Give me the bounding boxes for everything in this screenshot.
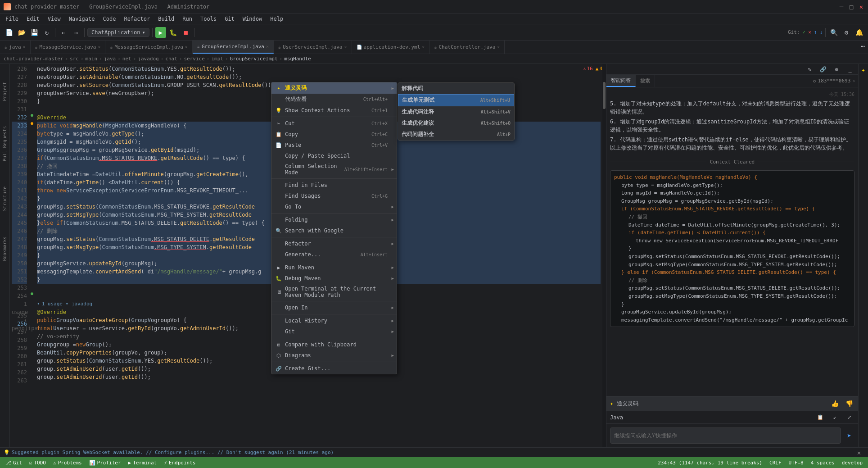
ctx-debug-maven[interactable]: 🐛 Debug Maven bbox=[271, 273, 397, 284]
ctx-open-in[interactable]: Open In bbox=[271, 302, 397, 313]
breadcrumb-part-0[interactable]: chat-provider-master bbox=[4, 56, 63, 62]
menu-code[interactable]: Code bbox=[99, 15, 120, 23]
breadcrumb-part-7[interactable]: service bbox=[184, 56, 204, 62]
submenu-gen-optimize[interactable]: 生成优化建议 Alt+Shift+O bbox=[398, 118, 514, 129]
breadcrumb-part-10[interactable]: msgHandle bbox=[284, 56, 311, 62]
submenu-gen-test[interactable]: 生成单元测试 Alt+Shift+U bbox=[398, 94, 514, 106]
notifications-button[interactable]: 🔔 bbox=[854, 27, 864, 38]
breadcrumb-part-2[interactable]: main bbox=[86, 56, 98, 62]
rpt-search[interactable]: 搜索 bbox=[636, 75, 655, 87]
menu-build[interactable]: Build bbox=[154, 15, 178, 23]
breadcrumb-part-3[interactable]: java bbox=[104, 56, 116, 62]
rpt-qa[interactable]: 智能问答 bbox=[606, 75, 636, 87]
tab-group-service-impl[interactable]: ☕ GroupServiceImpl.java × bbox=[193, 41, 274, 54]
stop-button[interactable]: ■ bbox=[181, 27, 191, 38]
forward-button[interactable]: → bbox=[71, 27, 81, 38]
close-button[interactable]: ✕ bbox=[858, 4, 864, 10]
tab-close-4[interactable]: × bbox=[266, 44, 269, 49]
menu-tools[interactable]: Tools bbox=[197, 15, 220, 23]
breadcrumb-part-8[interactable]: impl bbox=[211, 56, 223, 62]
project-selector[interactable]: ChatApplication ▾ bbox=[87, 28, 149, 37]
tab-message-service-impl[interactable]: ☕ MessageServiceImpl.java × bbox=[105, 41, 192, 54]
menu-help[interactable]: Help bbox=[267, 15, 287, 23]
tab-close-2[interactable]: × bbox=[98, 45, 100, 50]
submenu-code-complete[interactable]: 代码问题补全 Alt+P bbox=[398, 129, 514, 140]
breadcrumb-part-6[interactable]: chat bbox=[165, 56, 177, 62]
ctx-find-usages[interactable]: Find Usages Ctrl+G bbox=[271, 191, 397, 201]
ctx-go-to[interactable]: Go To bbox=[271, 201, 397, 212]
tab-close-6[interactable]: × bbox=[422, 45, 425, 50]
submenu-explain[interactable]: 解释代码 bbox=[398, 83, 514, 94]
menu-file[interactable]: File bbox=[2, 15, 22, 23]
ctx-tongyi[interactable]: ✦ 通义灵码 解释代码 生成单元测试 Alt+Shift+U bbox=[271, 82, 397, 94]
menu-view[interactable]: View bbox=[44, 15, 64, 23]
debug-button[interactable]: 🐛 bbox=[168, 27, 179, 38]
breadcrumb-part-1[interactable]: src bbox=[70, 56, 79, 62]
right-panel-settings-button[interactable]: ⚙ bbox=[831, 64, 842, 75]
ctx-column-select[interactable]: Column Selection Mode Alt+Shift+Insert bbox=[271, 161, 397, 177]
status-endpoints[interactable]: ⚡ Endpoints bbox=[162, 457, 197, 468]
status-indent[interactable]: 4 spaces bbox=[809, 460, 836, 466]
ctx-cut[interactable]: ✂ Cut Ctrl+X bbox=[271, 118, 397, 129]
notification-close-button[interactable]: ✕ bbox=[854, 447, 864, 458]
ctx-paste[interactable]: 📄 Paste Ctrl+V bbox=[271, 140, 397, 150]
ctx-context-actions[interactable]: 💡 Show Context Actions Ctrl+1 bbox=[271, 105, 397, 116]
pull-requests-label[interactable]: Pull Requests bbox=[2, 126, 7, 161]
refresh-button[interactable]: ↻ bbox=[41, 27, 52, 38]
status-charset[interactable]: UTF-8 bbox=[787, 460, 805, 466]
right-panel-minimize-button[interactable]: _ bbox=[845, 64, 855, 75]
ctx-copy-paste-special[interactable]: Copy / Paste Special bbox=[271, 150, 397, 161]
status-profiler[interactable]: 📊 Profiler bbox=[87, 457, 123, 468]
tab-close-3[interactable]: × bbox=[185, 45, 188, 50]
breadcrumb-part-5[interactable]: javadog bbox=[138, 56, 158, 62]
breadcrumb-part-4[interactable]: net bbox=[122, 56, 131, 62]
run-button[interactable]: ▶ bbox=[155, 27, 166, 38]
ctx-open-terminal[interactable]: 🖥 Open Terminal at the Current Maven Mod… bbox=[271, 284, 397, 300]
status-git[interactable]: ⎇ Git bbox=[4, 457, 24, 468]
ctx-git[interactable]: Git bbox=[271, 326, 397, 337]
ai-insert-code-button[interactable]: ↙ bbox=[829, 412, 840, 423]
ctx-copy[interactable]: 📋 Copy Ctrl+C bbox=[271, 129, 397, 140]
more-tabs-button[interactable]: ⋯ bbox=[857, 41, 868, 51]
context-menu[interactable]: ✦ 通义灵码 解释代码 生成单元测试 Alt+Shift+U bbox=[271, 82, 397, 374]
ctx-search-google[interactable]: 🔍 Search with Google bbox=[271, 225, 397, 236]
tab-application-dev[interactable]: 📄 application-dev.yml × bbox=[352, 41, 430, 54]
menu-refactor[interactable]: Refactor bbox=[120, 15, 154, 23]
menu-window[interactable]: Window bbox=[239, 15, 266, 23]
tab-close-java[interactable]: × bbox=[23, 45, 26, 50]
scrollbar-thumb[interactable] bbox=[603, 82, 606, 109]
project-panel-label[interactable]: Project bbox=[2, 82, 7, 101]
bookmarks-label[interactable]: Bookmarks bbox=[2, 236, 7, 261]
ai-thumbsup-button[interactable]: 👍 bbox=[829, 398, 840, 409]
right-icon-btn-1[interactable]: ✦ bbox=[859, 66, 868, 74]
ctx-run-maven[interactable]: ▶ Run Maven bbox=[271, 262, 397, 273]
structure-label[interactable]: Structure bbox=[2, 186, 7, 211]
code-editor[interactable]: ⚠ 16 ▲ 4 226 227 228 229 bbox=[10, 64, 606, 447]
ctx-folding[interactable]: Folding bbox=[271, 214, 397, 225]
ctx-create-gist[interactable]: 🔗 Create Gist... bbox=[271, 363, 397, 374]
submenu-gen-comment[interactable]: 生成代码注释 Alt+Shift+V bbox=[398, 106, 514, 118]
save-button[interactable]: 💾 bbox=[29, 27, 40, 38]
tab-user-service-impl[interactable]: ☕ UserServiceImpl.java × bbox=[274, 41, 352, 54]
tab-chat-controller[interactable]: ☕ ChatController.java × bbox=[429, 41, 505, 54]
ai-send-button[interactable]: ➤ bbox=[844, 430, 854, 441]
status-problems[interactable]: ⚠ Problems bbox=[51, 457, 84, 468]
tab-close-7[interactable]: × bbox=[497, 45, 500, 50]
ai-expand-button[interactable]: ⤢ bbox=[844, 412, 854, 423]
open-button[interactable]: 📂 bbox=[16, 27, 27, 38]
menu-edit[interactable]: Edit bbox=[23, 15, 43, 23]
ctx-refactor[interactable]: Refactor bbox=[271, 238, 397, 249]
search-everywhere-button[interactable]: 🔍 bbox=[828, 27, 839, 38]
new-file-button[interactable]: 📄 bbox=[4, 27, 14, 38]
right-panel-link-button[interactable]: 🔗 bbox=[818, 64, 828, 75]
menu-run[interactable]: Run bbox=[179, 15, 196, 23]
ctx-compare-clipboard[interactable]: ⊞ Compare with Clipboard bbox=[271, 339, 397, 350]
status-todo[interactable]: ☑ TODO bbox=[27, 457, 48, 468]
ai-copy-code-button[interactable]: 📋 bbox=[815, 412, 826, 423]
tab-message-service[interactable]: ☕ MessageService.java × bbox=[31, 41, 106, 54]
ctx-local-history[interactable]: Local History bbox=[271, 315, 397, 326]
ai-chat-input[interactable] bbox=[610, 427, 841, 444]
back-button[interactable]: ← bbox=[58, 27, 69, 38]
editor-scrollbar[interactable] bbox=[602, 64, 606, 447]
right-panel-edit-button[interactable]: ✎ bbox=[804, 64, 815, 75]
